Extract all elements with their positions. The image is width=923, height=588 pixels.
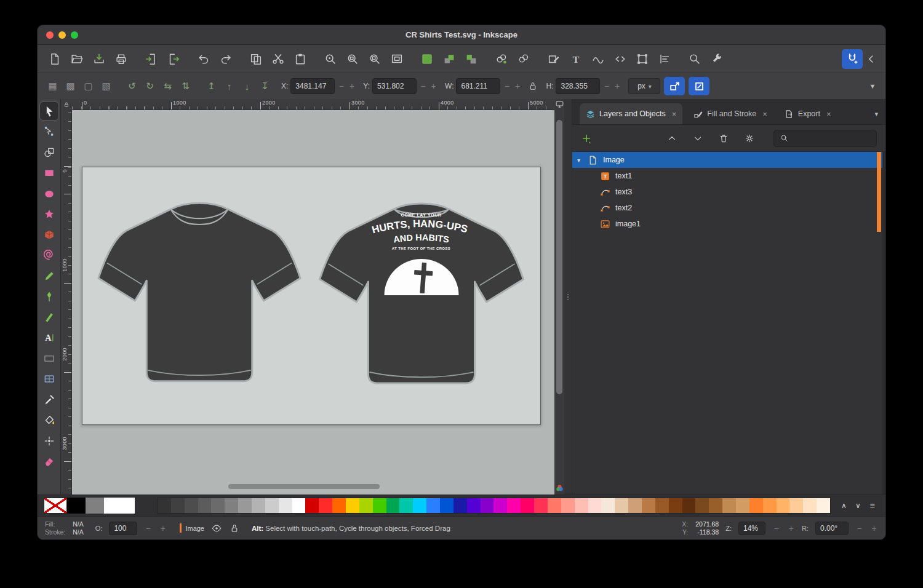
- opacity-input[interactable]: 100: [109, 522, 137, 535]
- color-swatch[interactable]: [373, 498, 386, 513]
- zoom-out-button[interactable]: −: [772, 523, 780, 533]
- lower-button[interactable]: ↓: [238, 77, 256, 95]
- color-swatch[interactable]: [279, 498, 292, 513]
- deselect-button[interactable]: ▢: [79, 77, 97, 95]
- w-input[interactable]: 681.211: [456, 78, 500, 94]
- y-plus-button[interactable]: +: [430, 81, 438, 91]
- h-plus-button[interactable]: +: [613, 81, 621, 91]
- x-plus-button[interactable]: +: [348, 81, 356, 91]
- tab-layers-and-objects[interactable]: Layers and Objects ×: [580, 103, 682, 124]
- select-inverse-button[interactable]: ▧: [97, 77, 115, 95]
- x-input[interactable]: 3481.147: [290, 78, 335, 94]
- lock-ratio-button[interactable]: [527, 81, 538, 92]
- edit-objects-button[interactable]: [543, 49, 564, 69]
- h-input[interactable]: 328.355: [556, 78, 600, 94]
- select-all-layers-button[interactable]: ▩: [62, 77, 79, 95]
- text-tool-button[interactable]: A: [40, 329, 58, 347]
- color-swatch[interactable]: [669, 498, 682, 513]
- document-page[interactable]: COME LAY YOUR HURTS, HANG-UPS, AND HABIT…: [82, 167, 541, 425]
- print-document-button[interactable]: [111, 49, 132, 69]
- layer-row-Image[interactable]: ▾Image: [572, 152, 885, 168]
- color-swatch[interactable]: [695, 498, 709, 513]
- color-management-button[interactable]: [554, 483, 564, 493]
- color-swatch[interactable]: [292, 498, 306, 513]
- horizontal-scrollbar[interactable]: [228, 484, 380, 489]
- color-swatch[interactable]: [615, 498, 628, 513]
- lower-to-bottom-button[interactable]: ↧: [256, 77, 274, 95]
- raise-button[interactable]: ↑: [220, 77, 238, 95]
- x-minus-button[interactable]: −: [337, 81, 345, 91]
- layer-lock-button[interactable]: [229, 523, 240, 534]
- color-swatch[interactable]: [386, 498, 400, 513]
- canvas[interactable]: COME LAY YOUR HURTS, HANG-UPS, AND HABIT…: [72, 110, 554, 495]
- color-swatch[interactable]: [225, 498, 238, 513]
- scale-dimensions-toggle[interactable]: [664, 77, 685, 95]
- color-swatch[interactable]: [426, 498, 440, 513]
- zoom-actual-button[interactable]: [386, 49, 407, 69]
- add-layer-button[interactable]: [581, 133, 592, 144]
- color-swatch[interactable]: [454, 498, 467, 513]
- rotate-ccw-button[interactable]: ↺: [123, 77, 141, 95]
- dropper-tool-button[interactable]: [40, 391, 58, 408]
- title-bar[interactable]: CR Shirts Test.svg - Inkscape: [38, 25, 885, 45]
- shirt-front-object[interactable]: [94, 192, 305, 397]
- color-swatch[interactable]: [467, 498, 481, 513]
- rotation-minus-button[interactable]: −: [855, 523, 863, 533]
- opacity-minus-button[interactable]: −: [144, 523, 152, 533]
- ruler-lock[interactable]: [61, 99, 72, 110]
- color-swatch[interactable]: [265, 498, 279, 513]
- spiral-tool-button[interactable]: [40, 247, 58, 264]
- color-swatch[interactable]: [238, 498, 252, 513]
- layer-row-text1[interactable]: Ttext1: [572, 168, 885, 184]
- align-dialog-button[interactable]: [654, 49, 675, 69]
- color-swatch[interactable]: [507, 498, 521, 513]
- ellipse-tool-button[interactable]: [40, 185, 58, 202]
- fill-color-button[interactable]: [417, 49, 438, 69]
- color-swatch[interactable]: [359, 498, 373, 513]
- move-up-button[interactable]: [666, 133, 677, 144]
- paste-button[interactable]: [290, 49, 311, 69]
- color-swatch[interactable]: [171, 498, 185, 513]
- snap-collapse-button[interactable]: [864, 49, 879, 69]
- color-swatch[interactable]: [399, 498, 413, 513]
- close-button[interactable]: [46, 31, 54, 39]
- layer-highlight-color[interactable]: [877, 216, 881, 232]
- new-document-button[interactable]: [44, 49, 65, 69]
- layer-highlight-color[interactable]: [877, 200, 881, 216]
- zoom-button[interactable]: [71, 31, 78, 39]
- color-swatch[interactable]: [158, 498, 171, 513]
- box3d-tool-button[interactable]: [40, 226, 58, 244]
- layer-row-image1[interactable]: image1: [572, 216, 885, 232]
- layer-highlight-color[interactable]: [877, 168, 881, 184]
- select-all-button[interactable]: ▦: [44, 77, 62, 95]
- ungroup-objects-button[interactable]: [513, 49, 534, 69]
- zoom-drawing-button[interactable]: [320, 49, 341, 69]
- flip-vertical-button[interactable]: ⇅: [177, 77, 194, 95]
- h-minus-button[interactable]: −: [602, 81, 610, 91]
- delete-layer-button[interactable]: [718, 133, 729, 144]
- tab-overflow-button[interactable]: ▾: [874, 110, 878, 118]
- calligraphy-tool-button[interactable]: [40, 308, 58, 326]
- zoom-selection-button[interactable]: [342, 49, 363, 69]
- mesh-tool-button[interactable]: [40, 370, 58, 388]
- color-swatch[interactable]: [493, 498, 507, 513]
- toolbar-overflow-button[interactable]: ▼: [866, 82, 879, 90]
- color-swatch[interactable]: [722, 498, 736, 513]
- gradient-tool-button[interactable]: [40, 349, 58, 367]
- rectangle-tool-button[interactable]: [40, 164, 58, 182]
- layer-settings-button[interactable]: [744, 133, 755, 144]
- palette-scroll-down-button[interactable]: ∨: [851, 501, 865, 510]
- display-mode-button[interactable]: [554, 100, 564, 109]
- color-swatch[interactable]: [319, 498, 332, 513]
- zoom-page-button[interactable]: [364, 49, 385, 69]
- palette-scroll-up-button[interactable]: ∧: [837, 501, 851, 510]
- close-icon[interactable]: ×: [672, 109, 677, 119]
- xml-editor-button[interactable]: [610, 49, 631, 69]
- shape-builder-tool-button[interactable]: [40, 143, 58, 161]
- color-swatch[interactable]: [346, 498, 359, 513]
- color-swatch[interactable]: [548, 498, 561, 513]
- symbols-dialog-button[interactable]: [632, 49, 653, 69]
- eraser-tool-button[interactable]: [40, 453, 58, 471]
- layer-highlight-color[interactable]: [877, 152, 881, 168]
- color-swatch[interactable]: [817, 498, 830, 513]
